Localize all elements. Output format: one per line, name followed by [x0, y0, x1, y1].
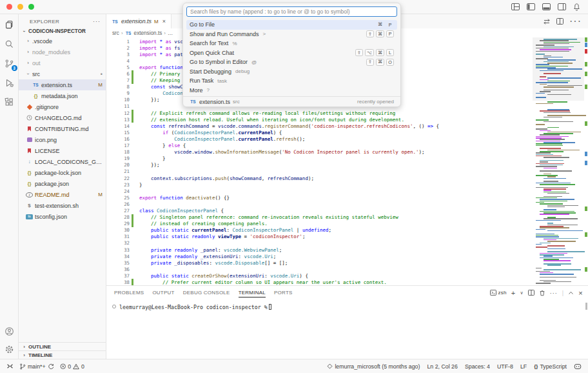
code-line[interactable]: 22 context.subscriptions.push(showComman…	[106, 175, 533, 181]
outline-section-header[interactable]: › OUTLINE	[19, 342, 106, 350]
code-line[interactable]: 28 // Singleton panel reference: command…	[106, 214, 533, 221]
breadcrumb-symbol[interactable]: …	[168, 30, 173, 36]
copilot-icon[interactable]	[574, 363, 582, 370]
code-line[interactable]: 23}	[106, 181, 533, 188]
problems-status[interactable]: 0 0	[60, 363, 84, 370]
file-item-license[interactable]: LICENSE	[19, 145, 106, 156]
scm-commit-info[interactable]: lemurra_microsoft (5 months ago)	[327, 363, 420, 370]
encoding-setting[interactable]: UTF-8	[497, 363, 513, 370]
breadcrumb-file[interactable]: extension.ts	[134, 30, 162, 36]
code-line[interactable]: 24	[106, 188, 533, 194]
code-line[interactable]: 14 const refreshCommand = vscode.command…	[106, 123, 533, 129]
source-control-icon[interactable]: 3	[4, 58, 15, 69]
terminal-dropdown-chevron-icon[interactable]: ∨	[520, 290, 523, 296]
breadcrumb-folder[interactable]: src	[112, 30, 119, 36]
close-window-button[interactable]	[6, 4, 12, 10]
account-icon[interactable]	[4, 326, 15, 337]
quick-open-recent-item[interactable]: TS extension.ts src recently opened	[183, 96, 400, 106]
code-line[interactable]: 16 CodiconInspectorPanel.currentPanel.re…	[106, 136, 533, 142]
panel-tab-output[interactable]: OUTPUT	[152, 288, 174, 297]
quick-open-item-start-debugging[interactable]: Start Debuggingdebug	[186, 67, 397, 77]
code-line[interactable]: 34 private readonly _extensionUri: vscod…	[106, 253, 533, 259]
quick-open-input[interactable]	[186, 6, 397, 17]
folder-item--vscode[interactable]: ›.vscode	[19, 35, 106, 46]
file-item-package-lock-json[interactable]: {}package-lock.json	[19, 167, 106, 178]
explorer-icon[interactable]	[4, 19, 15, 30]
panel-tab-debug-console[interactable]: DEBUG CONSOLE	[183, 288, 230, 297]
editor-more-actions-icon[interactable]: ···	[569, 15, 582, 27]
file-item-metadata-json[interactable]: {}metadata.json	[19, 90, 106, 101]
file-item-changelog-md[interactable]: CHANGELOG.md	[19, 112, 106, 123]
split-editor-icon[interactable]	[556, 18, 564, 25]
toggle-secondary-sidebar-icon[interactable]	[558, 3, 566, 10]
close-tab-icon[interactable]: ×	[162, 18, 166, 25]
zoom-window-button[interactable]	[28, 4, 34, 10]
file-item-test-extension-sh[interactable]: $test-extension.sh	[19, 200, 106, 211]
minimize-window-button[interactable]	[17, 4, 23, 10]
code-line[interactable]: 36	[106, 266, 533, 272]
panel-tab-problems[interactable]: PROBLEMS	[114, 288, 144, 297]
quick-open-item-run-task[interactable]: Run Tasktask	[186, 76, 397, 86]
folder-item-node-modules[interactable]: ›node_modules	[19, 46, 106, 57]
code-line[interactable]: 17 } else {	[106, 143, 533, 149]
language-mode[interactable]: {}TypeScript	[534, 363, 567, 370]
kill-terminal-trash-icon[interactable]	[539, 290, 545, 296]
code-line[interactable]: 29 // instead of creating competing pane…	[106, 221, 533, 227]
file-item-readme-md[interactable]: iREADME.mdM	[19, 189, 106, 200]
extensions-icon[interactable]	[4, 97, 15, 108]
split-terminal-icon[interactable]	[528, 290, 534, 296]
terminal-shell-chip[interactable]: zsh	[490, 290, 507, 296]
file-item--gitignore[interactable]: .gitignore	[19, 101, 106, 112]
notifications-bell-icon[interactable]	[573, 3, 580, 11]
terminal[interactable]: leemurray@Lees-MacBook-Pro codicon-inspe…	[106, 299, 588, 359]
file-item-extension-ts[interactable]: TSextension.tsM	[19, 79, 106, 90]
panel-tab-terminal[interactable]: TERMINAL	[239, 288, 266, 297]
file-item-icon-png[interactable]: icon.png	[19, 134, 106, 145]
cursor-position[interactable]: Ln 2, Col 26	[427, 363, 457, 370]
quick-open-item-go-to-symbol-in-editor[interactable]: Go to Symbol in Editor@⇧⌘O	[186, 57, 397, 67]
project-root-row[interactable]: › CODICON-INSPECTOR	[19, 27, 106, 35]
code-line[interactable]: 35 private _disposables: vscode.Disposab…	[106, 259, 533, 266]
code-line[interactable]: 15 if (CodiconInspectorPanel.currentPane…	[106, 129, 533, 136]
toggle-primary-sidebar-icon[interactable]	[527, 3, 535, 10]
quick-open-item-show-and-run-commands[interactable]: Show and Run Commands>⇧⌘P	[186, 30, 397, 39]
panel-tab-ports[interactable]: PORTS	[274, 288, 293, 297]
code-line[interactable]: 37 public static createOrShow(extensionU…	[106, 272, 533, 279]
code-line[interactable]: 18 vscode.window.showInformationMessage(…	[106, 149, 533, 156]
folder-item-out[interactable]: ›out	[19, 57, 106, 68]
new-terminal-icon[interactable]: +	[511, 289, 516, 297]
code-line[interactable]: 27class CodiconInspectorPanel {	[106, 207, 533, 214]
code-line[interactable]: 30 public static currentPanel: CodiconIn…	[106, 227, 533, 234]
terminal-scrollbar[interactable]	[585, 303, 587, 310]
quick-open-item-go-to-file[interactable]: Go to File⌘P	[186, 20, 397, 30]
quick-open-item-more[interactable]: More?	[186, 86, 397, 96]
code-line[interactable]: 21	[106, 168, 533, 175]
indentation-setting[interactable]: Spaces: 4	[465, 363, 490, 370]
code-line[interactable]: 26	[106, 201, 533, 207]
settings-gear-icon[interactable]	[4, 344, 15, 355]
search-icon[interactable]	[4, 39, 15, 50]
code-line[interactable]: 20 });	[106, 162, 533, 168]
quick-open-item-search-for-text[interactable]: Search for Text%	[186, 39, 397, 48]
code-line[interactable]: 33 private readonly _panel: vscode.Webvi…	[106, 247, 533, 253]
eol-setting[interactable]: LF	[520, 363, 527, 370]
toggle-panel-icon[interactable]	[542, 3, 551, 10]
code-line[interactable]: 13 // extension host reload. Useful when…	[106, 116, 533, 123]
file-item-contributing-md[interactable]: CONTRIBUTING.md	[19, 123, 106, 134]
close-panel-icon[interactable]: ×	[578, 289, 583, 297]
code-line[interactable]: 31 public static readonly viewType = 'co…	[106, 234, 533, 240]
code-line[interactable]: 25export function deactivate() {}	[106, 194, 533, 201]
run-and-debug-icon[interactable]	[4, 77, 15, 88]
git-branch-status[interactable]: main*+	[19, 363, 54, 370]
code-line[interactable]: 19 }	[106, 156, 533, 162]
explorer-more-actions-icon[interactable]: ···	[93, 18, 101, 25]
remote-indicator[interactable]	[6, 363, 14, 370]
code-line[interactable]: 32	[106, 240, 533, 247]
file-item-tsconfig-json[interactable]: tstsconfig.json	[19, 211, 106, 222]
file-item-package-json[interactable]: {}package.json	[19, 178, 106, 189]
customize-layout-icon[interactable]	[511, 3, 520, 10]
code-line[interactable]: 38 // Prefer current editor column so UI…	[106, 279, 533, 285]
maximize-panel-icon[interactable]	[568, 290, 574, 296]
tab-extension-ts[interactable]: TS extension.ts M ×	[106, 14, 172, 28]
quick-open-item-open-quick-chat[interactable]: Open Quick Chat⇧⌥⌘L	[186, 48, 397, 58]
